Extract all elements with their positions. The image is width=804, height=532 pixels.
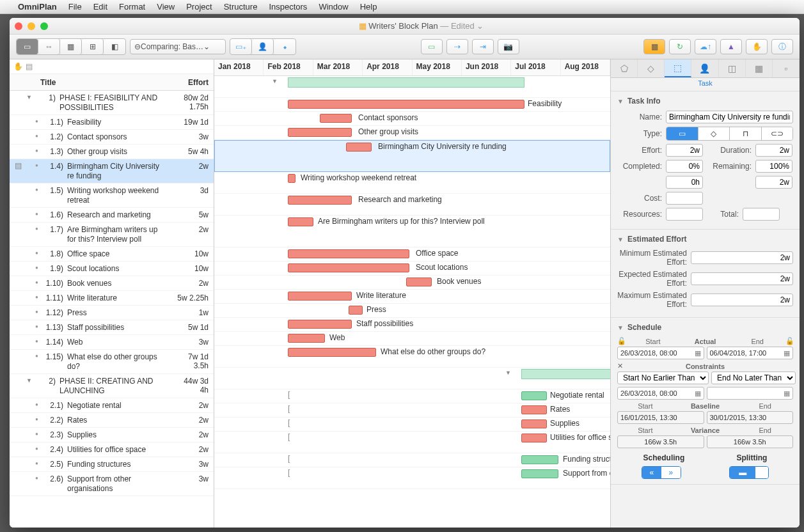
menu-window[interactable]: Window bbox=[319, 2, 348, 12]
menu-edit[interactable]: Edit bbox=[93, 2, 107, 12]
menu-project[interactable]: Project bbox=[186, 2, 212, 12]
menu-file[interactable]: File bbox=[68, 2, 82, 12]
menu-inspectors[interactable]: Inspectors bbox=[269, 2, 307, 12]
app-name[interactable]: OmniPlan bbox=[18, 2, 57, 12]
menubar[interactable]: OmniPlan File Edit Format View Project S… bbox=[0, 0, 804, 14]
menu-format[interactable]: Format bbox=[119, 2, 145, 12]
menu-view[interactable]: View bbox=[157, 2, 175, 12]
menu-structure[interactable]: Structure bbox=[224, 2, 258, 12]
menu-help[interactable]: Help bbox=[360, 2, 377, 12]
